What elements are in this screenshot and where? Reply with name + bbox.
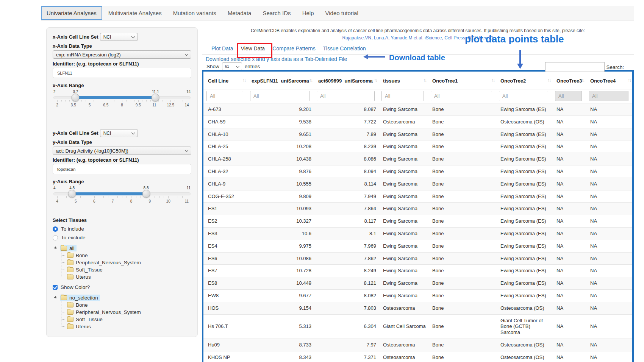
table-row-es8: ES810.4498.121Ewing SarcomaBoneEwing Sar… <box>203 277 632 290</box>
cell-act609699-unisarcoma: 7.864 <box>314 203 378 215</box>
y-axis-data-type-select[interactable]: act: Drug Activity (-log10[IC50M]) <box>53 147 191 155</box>
cell-oncotree3: NA <box>552 203 586 215</box>
y-axis-range-label: y-Axis Range <box>53 179 191 184</box>
x-axis-identifier-input[interactable]: SLFN11 <box>53 68 191 78</box>
cell-cell-line: ES4 <box>203 240 247 252</box>
cell-cell-line: Hu09 <box>203 339 247 351</box>
tree-node-bone[interactable]: Bone <box>53 252 191 259</box>
nav-tab-metadata[interactable]: Metadata <box>228 10 252 16</box>
cell-expslfn11-unisarcoma: 9.975 <box>247 240 314 252</box>
filter-input-oncotree4[interactable]: All <box>589 91 628 101</box>
y-axis-identifier-input[interactable]: topotecan <box>53 164 191 174</box>
column-header-oncotree2[interactable]: OncoTree2↑↓ <box>496 72 552 89</box>
filter-input-act609699-unisarcoma[interactable]: All <box>317 91 375 101</box>
column-header-oncotree4[interactable]: OncoTree4↑↓ <box>586 72 632 89</box>
nav-tab-search-ids[interactable]: Search IDs <box>263 10 291 16</box>
cell-oncotree3: NA <box>552 339 586 351</box>
column-header-act609699-unisarcoma[interactable]: act609699_uniSarcoma↑↓ <box>314 72 378 89</box>
chevron-down-icon <box>131 131 135 134</box>
cell-oncotree4: NA <box>586 190 632 203</box>
filter-input-expslfn11-unisarcoma[interactable]: All <box>250 91 310 101</box>
tree-node-uterus[interactable]: Uterus <box>53 323 191 330</box>
annotation-down-arrow-head <box>517 64 523 69</box>
cell-oncotree2: Ewing Sarcoma (ES) <box>496 227 552 240</box>
search-input[interactable] <box>545 62 605 72</box>
nav-tab-help[interactable]: Help <box>302 10 314 16</box>
tab-tissue-correlation[interactable]: Tissue Correlation <box>323 45 366 51</box>
cell-expslfn11-unisarcoma: 10.728 <box>247 265 314 277</box>
cell-tissues: Ewing Sarcoma <box>378 140 428 153</box>
tree-expander-icon[interactable] <box>54 296 58 300</box>
sort-icon[interactable]: ↑↓ <box>581 78 584 83</box>
download-link[interactable]: Download selected x and y axis data as a… <box>206 56 347 62</box>
tree-expander-icon[interactable] <box>54 246 58 250</box>
tree-node-soft-tissue[interactable]: Soft_Tissue <box>53 266 191 273</box>
x-axis-data-type-select[interactable]: exp: mRNA Expression (log2) <box>53 50 191 59</box>
cell-oncotree4: NA <box>586 215 632 228</box>
tree-node-uterus[interactable]: Uterus <box>53 273 191 281</box>
cell-oncotree1: Bone <box>428 227 496 240</box>
sort-icon[interactable]: ↑↓ <box>491 78 494 83</box>
tree-node-no-selection[interactable]: no_selection <box>53 294 191 301</box>
tree-node-all[interactable]: all <box>53 244 191 252</box>
nav-tab-video-tutorial[interactable]: Video tutorial <box>325 10 358 16</box>
column-header-tissues[interactable]: tissues↑↓ <box>378 72 428 89</box>
radio-to-exclude[interactable]: To exclude <box>53 235 191 240</box>
cell-tissues: Ewing Sarcoma <box>378 165 428 178</box>
tree-node-peripheral-nervous-system[interactable]: Peripheral_Nervous_System <box>53 259 191 266</box>
cell-cell-line: ES7 <box>203 265 247 277</box>
x-axis-range-label: x-Axis Range <box>53 83 191 88</box>
tree-node-bone[interactable]: Bone <box>53 301 191 309</box>
column-header-oncotree1[interactable]: OncoTree1↑↓ <box>428 72 496 89</box>
cell-cell-line: ES6 <box>203 252 247 265</box>
slider-handle-from[interactable] <box>68 190 76 198</box>
x-axis-cell-line-set-select[interactable]: NCI <box>100 33 138 41</box>
sort-icon[interactable]: ↑↓ <box>547 78 550 83</box>
cell-oncotree1: Bone <box>428 128 496 140</box>
cell-oncotree3: NA <box>552 289 586 302</box>
filter-input-cell-line[interactable]: All <box>206 91 243 101</box>
column-header-cell-line[interactable]: Cell Line↑↓ <box>203 72 247 89</box>
tree-node-peripheral-nervous-system[interactable]: Peripheral_Nervous_System <box>53 309 191 316</box>
cell-act609699-unisarcoma: 6.304 <box>314 314 378 339</box>
table-row-es7: ES710.7288.249Ewing SarcomaBoneEwing Sar… <box>203 265 632 277</box>
tree-node-soft-tissue[interactable]: Soft_Tissue <box>53 316 191 323</box>
y-axis-cell-line-set-select[interactable]: NCI <box>100 129 138 137</box>
sort-icon[interactable]: ↑↓ <box>374 78 377 83</box>
tab-compare-patterns[interactable]: Compare Patterns <box>272 45 316 51</box>
cell-oncotree1: Bone <box>428 252 496 265</box>
column-header-oncotree3[interactable]: OncoTree3↑↓ <box>552 72 586 89</box>
sort-icon[interactable]: ↑↓ <box>242 78 245 83</box>
slider-handle-to[interactable] <box>142 190 150 198</box>
nav-tab-univariate-analyses[interactable]: Univariate Analyses <box>41 6 102 20</box>
radio-to-include[interactable]: To include <box>53 226 191 232</box>
cell-oncotree1: Bone <box>428 277 496 290</box>
y-axis-range-slider[interactable]: 4114.88.84567891011 <box>53 186 191 206</box>
sort-icon[interactable]: ↑↓ <box>628 78 631 83</box>
folder-icon <box>67 317 73 322</box>
show-color-checkbox[interactable]: Show Color? <box>53 284 191 290</box>
citation-link[interactable]: Rajapakse.VN, Luna.A, Yamade.M et al. iS… <box>202 35 634 41</box>
cell-oncotree1: Bone <box>428 240 496 252</box>
cell-oncotree4: NA <box>586 252 632 265</box>
filter-input-oncotree2[interactable]: All <box>499 91 548 101</box>
folder-icon <box>67 260 73 265</box>
entries-select[interactable]: 61 <box>222 62 242 70</box>
cell-oncotree2: Ewing Sarcoma (ES) <box>496 240 552 252</box>
cell-expslfn11-unisarcoma: 10.6 <box>247 227 314 240</box>
sort-icon[interactable]: ↑↓ <box>309 78 312 83</box>
cell-act609699-unisarcoma: 8.086 <box>314 153 378 165</box>
column-header-expslfn11-unisarcoma[interactable]: expSLFN11_uniSarcoma↑↓ <box>247 72 314 89</box>
cell-oncotree2: Ewing Sarcoma (ES) <box>496 215 552 228</box>
filter-input-oncotree1[interactable]: All <box>431 91 492 101</box>
cell-tissues: Ewing Sarcoma <box>378 178 428 190</box>
filter-input-tissues[interactable]: All <box>381 91 424 101</box>
cell-oncotree3: NA <box>552 252 586 265</box>
tab-plot-data[interactable]: Plot Data <box>211 45 233 51</box>
nav-tab-multivariate-analyses[interactable]: Multivariate Analyses <box>108 10 162 16</box>
x-axis-range-slider[interactable]: 2143.711.123.556.589.51112.514 <box>53 90 191 109</box>
nav-tab-mutation-variants[interactable]: Mutation variants <box>173 10 216 16</box>
filter-input-oncotree3[interactable]: All <box>555 91 582 101</box>
sort-icon[interactable]: ↑↓ <box>423 78 426 83</box>
slider-handle-from[interactable] <box>72 94 80 101</box>
